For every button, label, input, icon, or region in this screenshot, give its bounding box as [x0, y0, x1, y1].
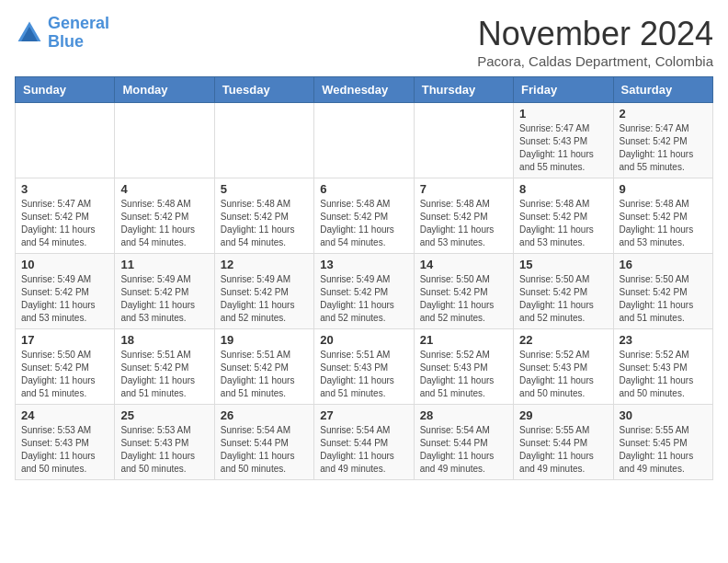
calendar-cell: 15Sunrise: 5:50 AM Sunset: 5:42 PM Dayli… — [514, 254, 613, 329]
calendar-cell: 11Sunrise: 5:49 AM Sunset: 5:42 PM Dayli… — [115, 254, 214, 329]
page-header: General Blue November 2024 Pacora, Calda… — [15, 15, 713, 69]
calendar-cell — [314, 103, 414, 178]
day-info: Sunrise: 5:49 AM Sunset: 5:42 PM Dayligh… — [221, 273, 308, 325]
day-info: Sunrise: 5:48 AM Sunset: 5:42 PM Dayligh… — [420, 198, 507, 249]
day-info: Sunrise: 5:51 AM Sunset: 5:42 PM Dayligh… — [221, 349, 308, 400]
weekday-header: Monday — [115, 77, 214, 103]
calendar-week-row: 1Sunrise: 5:47 AM Sunset: 5:43 PM Daylig… — [16, 103, 713, 178]
day-number: 17 — [21, 333, 108, 347]
calendar-cell: 6Sunrise: 5:48 AM Sunset: 5:42 PM Daylig… — [314, 178, 414, 254]
calendar-cell: 1Sunrise: 5:47 AM Sunset: 5:43 PM Daylig… — [514, 103, 613, 178]
calendar-week-row: 24Sunrise: 5:53 AM Sunset: 5:43 PM Dayli… — [16, 405, 713, 480]
weekday-header: Tuesday — [214, 77, 313, 103]
day-info: Sunrise: 5:52 AM Sunset: 5:43 PM Dayligh… — [620, 349, 707, 400]
weekday-header: Thursday — [414, 77, 513, 103]
day-info: Sunrise: 5:51 AM Sunset: 5:43 PM Dayligh… — [320, 349, 407, 400]
day-info: Sunrise: 5:50 AM Sunset: 5:42 PM Dayligh… — [620, 273, 707, 325]
day-info: Sunrise: 5:47 AM Sunset: 5:43 PM Dayligh… — [519, 122, 607, 174]
day-number: 1 — [519, 107, 607, 121]
calendar-cell: 14Sunrise: 5:50 AM Sunset: 5:42 PM Dayli… — [414, 254, 513, 329]
day-number: 25 — [120, 408, 208, 422]
calendar-cell: 12Sunrise: 5:49 AM Sunset: 5:42 PM Dayli… — [214, 254, 313, 329]
calendar-cell — [115, 103, 214, 178]
day-number: 21 — [420, 333, 507, 347]
weekday-header: Sunday — [16, 77, 115, 103]
title-block: November 2024 Pacora, Caldas Department,… — [477, 15, 713, 69]
calendar-cell: 8Sunrise: 5:48 AM Sunset: 5:42 PM Daylig… — [514, 178, 613, 254]
calendar-cell: 22Sunrise: 5:52 AM Sunset: 5:43 PM Dayli… — [514, 329, 613, 405]
calendar-week-row: 10Sunrise: 5:49 AM Sunset: 5:42 PM Dayli… — [16, 254, 713, 329]
calendar-cell: 25Sunrise: 5:53 AM Sunset: 5:43 PM Dayli… — [115, 405, 214, 480]
month-title: November 2024 — [477, 15, 713, 53]
calendar-cell: 10Sunrise: 5:49 AM Sunset: 5:42 PM Dayli… — [16, 254, 115, 329]
calendar-cell: 3Sunrise: 5:47 AM Sunset: 5:42 PM Daylig… — [16, 178, 115, 254]
day-info: Sunrise: 5:52 AM Sunset: 5:43 PM Dayligh… — [420, 349, 507, 400]
logo-icon — [15, 18, 44, 48]
day-number: 4 — [120, 182, 208, 196]
calendar-cell: 7Sunrise: 5:48 AM Sunset: 5:42 PM Daylig… — [414, 178, 513, 254]
calendar-cell: 9Sunrise: 5:48 AM Sunset: 5:42 PM Daylig… — [613, 178, 712, 254]
calendar-cell: 19Sunrise: 5:51 AM Sunset: 5:42 PM Dayli… — [214, 329, 313, 405]
calendar-cell: 29Sunrise: 5:55 AM Sunset: 5:44 PM Dayli… — [514, 405, 613, 480]
day-number: 2 — [620, 107, 707, 121]
day-number: 15 — [519, 258, 607, 271]
day-info: Sunrise: 5:48 AM Sunset: 5:42 PM Dayligh… — [620, 198, 707, 249]
weekday-header: Wednesday — [314, 77, 414, 103]
calendar-cell: 23Sunrise: 5:52 AM Sunset: 5:43 PM Dayli… — [613, 329, 712, 405]
calendar-cell — [414, 103, 513, 178]
calendar-week-row: 17Sunrise: 5:50 AM Sunset: 5:42 PM Dayli… — [16, 329, 713, 405]
day-info: Sunrise: 5:55 AM Sunset: 5:45 PM Dayligh… — [620, 424, 707, 476]
day-info: Sunrise: 5:52 AM Sunset: 5:43 PM Dayligh… — [519, 349, 607, 400]
day-info: Sunrise: 5:47 AM Sunset: 5:42 PM Dayligh… — [21, 198, 108, 249]
day-info: Sunrise: 5:53 AM Sunset: 5:43 PM Dayligh… — [120, 424, 208, 476]
day-info: Sunrise: 5:50 AM Sunset: 5:42 PM Dayligh… — [519, 273, 607, 325]
logo-text: General Blue — [48, 15, 109, 52]
day-info: Sunrise: 5:50 AM Sunset: 5:42 PM Dayligh… — [420, 273, 507, 325]
day-number: 13 — [320, 258, 407, 271]
day-info: Sunrise: 5:55 AM Sunset: 5:44 PM Dayligh… — [519, 424, 607, 476]
weekday-header: Friday — [514, 77, 613, 103]
day-number: 12 — [221, 258, 308, 271]
day-number: 22 — [519, 333, 607, 347]
calendar-cell: 2Sunrise: 5:47 AM Sunset: 5:42 PM Daylig… — [613, 103, 712, 178]
day-number: 23 — [620, 333, 707, 347]
day-info: Sunrise: 5:47 AM Sunset: 5:42 PM Dayligh… — [620, 122, 707, 174]
day-number: 27 — [320, 408, 407, 422]
day-number: 18 — [120, 333, 208, 347]
day-info: Sunrise: 5:48 AM Sunset: 5:42 PM Dayligh… — [320, 198, 407, 249]
day-info: Sunrise: 5:51 AM Sunset: 5:42 PM Dayligh… — [120, 349, 208, 400]
day-info: Sunrise: 5:48 AM Sunset: 5:42 PM Dayligh… — [221, 198, 308, 249]
calendar-week-row: 3Sunrise: 5:47 AM Sunset: 5:42 PM Daylig… — [16, 178, 713, 254]
day-number: 3 — [21, 182, 108, 196]
calendar-cell: 13Sunrise: 5:49 AM Sunset: 5:42 PM Dayli… — [314, 254, 414, 329]
calendar-cell: 30Sunrise: 5:55 AM Sunset: 5:45 PM Dayli… — [613, 405, 712, 480]
day-number: 7 — [420, 182, 507, 196]
day-number: 6 — [320, 182, 407, 196]
logo-line1: General — [48, 14, 109, 32]
day-info: Sunrise: 5:53 AM Sunset: 5:43 PM Dayligh… — [21, 424, 108, 476]
day-number: 29 — [519, 408, 607, 422]
day-number: 11 — [120, 258, 208, 271]
day-info: Sunrise: 5:48 AM Sunset: 5:42 PM Dayligh… — [120, 198, 208, 249]
calendar-cell — [214, 103, 313, 178]
day-info: Sunrise: 5:54 AM Sunset: 5:44 PM Dayligh… — [420, 424, 507, 476]
day-info: Sunrise: 5:48 AM Sunset: 5:42 PM Dayligh… — [519, 198, 607, 249]
day-info: Sunrise: 5:50 AM Sunset: 5:42 PM Dayligh… — [21, 349, 108, 400]
day-number: 20 — [320, 333, 407, 347]
calendar-cell: 18Sunrise: 5:51 AM Sunset: 5:42 PM Dayli… — [115, 329, 214, 405]
calendar-header-row: SundayMondayTuesdayWednesdayThursdayFrid… — [16, 77, 713, 103]
day-number: 8 — [519, 182, 607, 196]
day-number: 14 — [420, 258, 507, 271]
calendar-cell: 26Sunrise: 5:54 AM Sunset: 5:44 PM Dayli… — [214, 405, 313, 480]
calendar-cell: 24Sunrise: 5:53 AM Sunset: 5:43 PM Dayli… — [16, 405, 115, 480]
day-info: Sunrise: 5:49 AM Sunset: 5:42 PM Dayligh… — [320, 273, 407, 325]
calendar-cell: 17Sunrise: 5:50 AM Sunset: 5:42 PM Dayli… — [16, 329, 115, 405]
day-number: 28 — [420, 408, 507, 422]
day-info: Sunrise: 5:49 AM Sunset: 5:42 PM Dayligh… — [120, 273, 208, 325]
calendar-cell: 21Sunrise: 5:52 AM Sunset: 5:43 PM Dayli… — [414, 329, 513, 405]
day-number: 5 — [221, 182, 308, 196]
calendar-cell: 28Sunrise: 5:54 AM Sunset: 5:44 PM Dayli… — [414, 405, 513, 480]
calendar-cell: 4Sunrise: 5:48 AM Sunset: 5:42 PM Daylig… — [115, 178, 214, 254]
weekday-header: Saturday — [613, 77, 712, 103]
day-number: 10 — [21, 258, 108, 271]
